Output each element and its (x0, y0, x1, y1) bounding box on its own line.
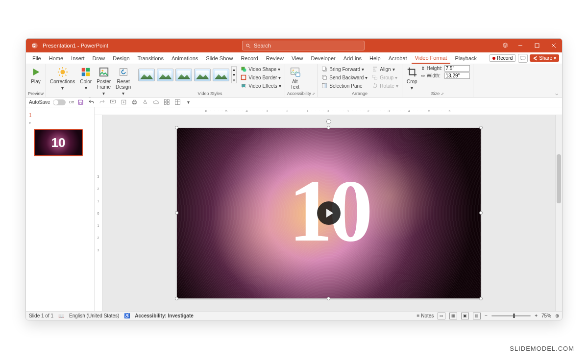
tab-transitions[interactable]: Transitions (134, 53, 167, 63)
crop-button[interactable]: Crop▾ (404, 65, 420, 92)
align-button[interactable]: Align ▾ (370, 65, 399, 73)
video-effects-button[interactable]: Video Effects ▾ (239, 82, 283, 90)
minimize-button[interactable] (512, 39, 529, 52)
maximize-button[interactable] (529, 39, 545, 52)
vertical-scrollbar[interactable] (555, 115, 562, 311)
tab-design[interactable]: Design (109, 53, 133, 63)
slide-counter[interactable]: Slide 1 of 1 (29, 313, 53, 318)
gallery-more[interactable]: ▿ (232, 77, 236, 83)
slideshow-view-button[interactable]: ▤ (473, 313, 481, 319)
tab-insert[interactable]: Insert (68, 53, 88, 63)
record-dot-icon (492, 57, 495, 60)
normal-view-button[interactable]: ▭ (438, 313, 445, 319)
gallery-scroll-down[interactable]: ▾ (232, 72, 236, 77)
svg-rect-39 (323, 76, 327, 80)
slide-thumbnail[interactable]: 10 (34, 129, 83, 156)
notes-button[interactable]: ≡ Notes (417, 313, 434, 318)
scrollbar-thumb[interactable] (557, 154, 561, 203)
width-input[interactable] (444, 73, 470, 79)
account-icon[interactable] (498, 42, 512, 49)
resize-handle[interactable] (479, 126, 483, 129)
tab-help[interactable]: Help (366, 53, 384, 63)
document-title: Presentation1 - PowerPoint (43, 43, 108, 49)
qat-slideshow-button[interactable] (109, 98, 117, 106)
video-style-option[interactable] (213, 69, 229, 81)
fit-to-window-button[interactable]: ⊕ (555, 313, 559, 318)
tab-developer[interactable]: Developer (308, 53, 339, 63)
tab-playback[interactable]: Playback (451, 53, 480, 63)
resize-handle[interactable] (479, 297, 483, 300)
resize-handle[interactable] (175, 211, 178, 215)
zoom-level[interactable]: 75% (541, 313, 551, 318)
qat-touch-button[interactable] (142, 98, 149, 106)
group-button[interactable]: Group ▾ (370, 73, 399, 81)
record-button[interactable]: Record (489, 54, 516, 62)
zoom-out-button[interactable]: − (485, 313, 488, 318)
corrections-button[interactable]: Corrections▾ (48, 65, 77, 92)
collapse-ribbon-button[interactable]: ⌵ (551, 90, 562, 97)
comments-button[interactable] (518, 54, 528, 63)
autosave-toggle[interactable] (53, 99, 66, 105)
selection-pane-button[interactable]: Selection Pane (319, 82, 369, 90)
rotate-button[interactable]: Rotate ▾ (370, 82, 399, 90)
reset-design-button[interactable]: Reset Design▾ (114, 65, 133, 97)
alt-text-button[interactable]: Alt Text (287, 65, 303, 91)
tab-draw[interactable]: Draw (89, 53, 109, 63)
video-style-option[interactable] (175, 69, 192, 81)
resize-handle[interactable] (327, 126, 330, 129)
svg-rect-31 (242, 84, 245, 87)
share-button[interactable]: Share▾ (530, 54, 559, 62)
video-play-button[interactable] (317, 201, 341, 225)
play-button[interactable]: Play (28, 65, 44, 85)
video-style-option[interactable] (138, 69, 155, 81)
language-status[interactable]: English (United States) (69, 313, 119, 318)
vertical-ruler[interactable]: 3 2 1 0 1 2 3 (95, 115, 102, 311)
tab-home[interactable]: Home (46, 53, 67, 63)
tab-video-format[interactable]: Video Format (412, 53, 451, 64)
zoom-in-button[interactable]: + (535, 313, 538, 318)
sorter-view-button[interactable]: ▦ (449, 313, 457, 319)
height-input[interactable] (444, 65, 470, 72)
qat-grid-button[interactable] (163, 98, 171, 106)
redo-button[interactable] (98, 98, 106, 106)
video-shape-button[interactable]: Video Shape ▾ (239, 65, 283, 73)
video-style-gallery[interactable]: ▴ ▾ ▿ (137, 65, 238, 84)
qat-print-button[interactable] (131, 98, 139, 106)
bring-forward-button[interactable]: Bring Forward ▾ (319, 65, 369, 73)
qat-cloud-button[interactable] (152, 98, 160, 106)
horizontal-ruler[interactable]: 6 · · · · 5 · · · · 4 · · · · 3 · · · · … (95, 107, 562, 115)
undo-button[interactable] (88, 98, 96, 106)
accessibility-status[interactable]: Accessibility: Investigate (135, 313, 194, 318)
tab-slideshow[interactable]: Slide Show (202, 53, 236, 63)
video-style-option[interactable] (194, 69, 211, 81)
resize-handle[interactable] (479, 211, 483, 215)
qat-table-button[interactable] (174, 98, 182, 106)
close-button[interactable] (545, 39, 562, 52)
reading-view-button[interactable]: ▣ (461, 313, 469, 319)
tab-view[interactable]: View (288, 53, 307, 63)
tab-record[interactable]: Record (237, 53, 261, 63)
video-style-option[interactable] (157, 69, 173, 81)
send-backward-button[interactable]: Send Backward ▾ (319, 73, 369, 81)
poster-frame-button[interactable]: Poster Frame▾ (95, 65, 113, 97)
slide-canvas[interactable]: 10 (102, 115, 555, 311)
tab-addins[interactable]: Add-ins (340, 53, 365, 63)
color-button[interactable]: Color▾ (78, 65, 94, 92)
video-border-button[interactable]: Video Border ▾ (239, 73, 283, 81)
rotate-handle[interactable] (326, 119, 331, 124)
resize-handle[interactable] (175, 126, 178, 129)
save-button[interactable] (77, 98, 85, 106)
tab-acrobat[interactable]: Acrobat (385, 53, 411, 63)
search-input[interactable]: Search (242, 41, 365, 50)
qat-more-button[interactable]: ▾ (185, 98, 193, 106)
tab-review[interactable]: Review (263, 53, 287, 63)
qat-new-slide-button[interactable] (120, 98, 128, 106)
zoom-slider[interactable] (491, 315, 531, 316)
svg-rect-48 (80, 102, 82, 104)
gallery-scroll-up[interactable]: ▴ (232, 67, 236, 72)
resize-handle[interactable] (175, 297, 178, 300)
tab-file[interactable]: File (29, 53, 45, 63)
resize-handle[interactable] (327, 297, 330, 300)
video-object[interactable]: 10 (177, 128, 481, 298)
tab-animations[interactable]: Animations (168, 53, 201, 63)
